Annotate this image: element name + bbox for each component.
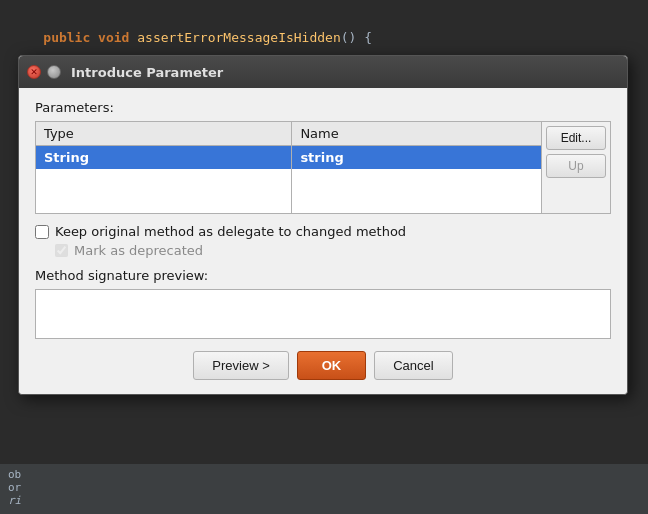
- col-name-header: Name: [292, 122, 541, 146]
- table-action-buttons: Edit... Up: [541, 122, 610, 213]
- col-type-header: Type: [36, 122, 292, 146]
- ok-button[interactable]: OK: [297, 351, 367, 380]
- parameters-table-container: Type Name String string: [35, 121, 611, 214]
- preview-button[interactable]: Preview >: [193, 351, 288, 380]
- edit-button[interactable]: Edit...: [546, 126, 606, 150]
- parameters-table: Type Name String string: [36, 122, 541, 213]
- table-empty-row-2: [36, 191, 541, 213]
- cancel-button[interactable]: Cancel: [374, 351, 452, 380]
- keep-original-label: Keep original method as delegate to chan…: [55, 224, 406, 239]
- up-button[interactable]: Up: [546, 154, 606, 178]
- dialog-body: Parameters: Type Name String string: [19, 88, 627, 394]
- table-row[interactable]: String string: [36, 146, 541, 170]
- bottom-line-2: or: [8, 481, 640, 494]
- name-cell: string: [292, 146, 541, 170]
- dialog-action-buttons: Preview > OK Cancel: [35, 351, 611, 380]
- parameters-label: Parameters:: [35, 100, 611, 115]
- mark-deprecated-checkbox[interactable]: [55, 244, 68, 257]
- dialog-title: Introduce Parameter: [71, 65, 223, 80]
- close-icon[interactable]: ✕: [27, 65, 41, 79]
- mark-deprecated-label: Mark as deprecated: [74, 243, 203, 258]
- table-empty-row: [36, 169, 541, 191]
- minimize-icon[interactable]: [47, 65, 61, 79]
- introduce-parameter-dialog: ✕ Introduce Parameter Parameters: Type N…: [18, 55, 628, 395]
- bottom-strip: ob or ri: [0, 464, 648, 514]
- bottom-line-1: ob: [8, 468, 640, 481]
- method-sig-label: Method signature preview:: [35, 268, 611, 283]
- keep-original-row: Keep original method as delegate to chan…: [35, 224, 611, 239]
- method-sig-preview-area: [35, 289, 611, 339]
- mark-deprecated-row: Mark as deprecated: [55, 243, 611, 258]
- keep-original-checkbox[interactable]: [35, 225, 49, 239]
- dialog-titlebar: ✕ Introduce Parameter: [19, 56, 627, 88]
- type-cell: String: [36, 146, 292, 170]
- bottom-line-3: ri: [8, 494, 640, 507]
